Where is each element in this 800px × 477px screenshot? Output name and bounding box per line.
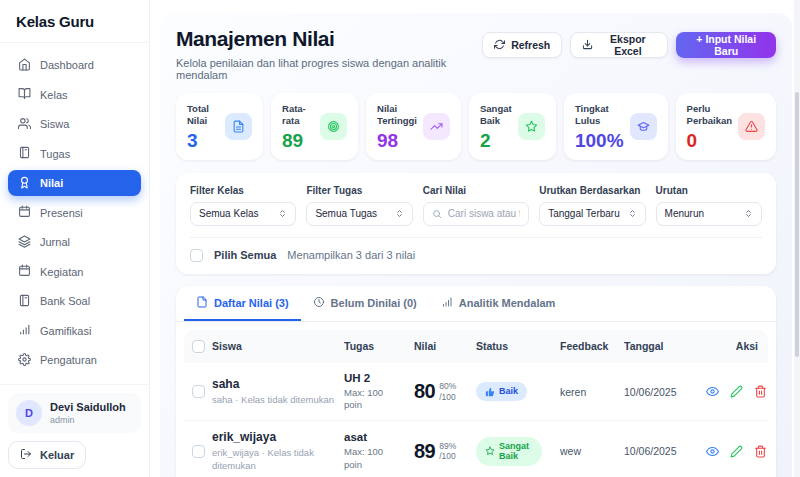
logout-button[interactable]: Keluar [8,441,86,469]
alert-triangle-icon [738,113,765,140]
chevrons-up-down-icon [278,209,287,218]
header-checkbox[interactable] [192,340,205,353]
feedback-text: keren [560,386,624,398]
sidebar-item-dashboard[interactable]: Dashboard [8,52,141,78]
edit-icon[interactable] [730,445,743,458]
sidebar-item-tugas[interactable]: Tugas [8,141,141,167]
stats-row: Total Nilai 3 Rata-rata 89 Nilai Terting… [176,93,776,160]
sidebar-item-kegiatan[interactable]: Kegiatan [8,259,141,285]
col-header-feedback: Feedback [560,340,624,352]
trend-up-icon [423,113,450,140]
stat-value: 98 [377,131,417,150]
col-header-tugas: Tugas [344,340,414,352]
search-icon [432,209,442,219]
tab-belum-dinilai[interactable]: Belum Dinilai (0) [301,286,429,321]
filter-kelas-select[interactable]: Semua Kelas [190,202,296,226]
home-icon [18,58,31,73]
book-open-icon [18,87,31,102]
calendar-icon [18,205,31,220]
view-icon[interactable] [706,385,719,398]
page-header: Manajemen Nilai Kelola penilaian dan lih… [176,27,776,81]
search-box[interactable] [423,202,529,226]
sidebar-item-nilai[interactable]: Nilai [8,170,141,196]
user-role: admin [50,415,126,425]
sidebar-footer: D Devi Saidulloh admin Keluar [0,384,149,477]
stat-card-perlu-perbaikan: Perlu Perbaikan 0 [676,93,776,160]
chevrons-up-down-icon [744,209,753,218]
status-badge: Baik [476,382,527,400]
sidebar-item-jurnal[interactable]: Jurnal [8,229,141,255]
content-panel: Manajemen Nilai Kelola penilaian dan lih… [160,13,792,477]
row-checkbox[interactable] [192,385,205,398]
row-checkbox[interactable] [192,445,205,458]
tab-label: Belum Dinilai (0) [331,297,417,309]
stat-value: 89 [282,131,314,150]
sidebar-item-siswa[interactable]: Siswa [8,111,141,137]
chevrons-up-down-icon [628,209,637,218]
sort-order-value: Menurun [665,208,704,219]
sidebar-item-label: Presensi [40,207,83,219]
tab-label: Analitik Mendalam [459,297,556,309]
notebook-icon [18,146,31,161]
delete-icon[interactable] [754,385,767,398]
filter-panel: Filter Kelas Semua Kelas Filter Tugas Se… [176,173,776,274]
stat-label: Total Nilai [187,103,219,127]
sidebar-item-gamifikasi[interactable]: Gamifikasi [8,318,141,344]
grad-cap-icon [630,113,657,140]
star-icon [485,446,495,456]
scrollbar-track[interactable] [794,0,800,477]
tab-daftar-nilai[interactable]: Daftar Nilai (3) [184,286,301,321]
table-row: erik_wijaya erik_wijaya · Kelas tidak di… [184,421,768,477]
col-header-status: Status [476,340,560,352]
user-profile: D Devi Saidulloh admin [8,393,141,433]
refresh-button[interactable]: Refresh [482,32,562,58]
gear-icon [18,353,31,368]
student-name: erik_wijaya [212,430,344,444]
student-subtext: saha · Kelas tidak ditemukan [212,394,344,406]
target-icon [320,113,347,140]
new-grade-label: + Input Nilai Baru [687,33,765,57]
select-all-checkbox[interactable] [190,249,203,262]
col-header-nilai: Nilai [414,340,476,352]
view-icon[interactable] [706,445,719,458]
task-name: asat [344,431,414,443]
layers-icon [18,235,31,250]
page-subtitle: Kelola penilaian dan lihat progres siswa… [176,57,482,81]
bar-chart-icon [18,323,31,338]
export-excel-button[interactable]: Ekspor Excel [570,32,668,58]
logout-icon [20,448,32,462]
date-text: 10/06/2025 [624,445,706,457]
student-subtext: erik_wijaya · Kelas tidak ditemukan [212,447,344,472]
scrollbar-thumb[interactable] [795,92,799,357]
edit-icon[interactable] [730,385,743,398]
stat-label: Perlu Perbaikan [687,103,732,127]
notebook-icon [18,294,31,309]
stat-value: 100% [575,131,624,150]
search-label: Cari Nilai [423,185,529,196]
users-icon [18,117,31,132]
search-input[interactable] [448,208,520,219]
score-percent: 89% [439,441,456,451]
sidebar-item-kelas[interactable]: Kelas [8,82,141,108]
score-value: 80 [414,380,435,403]
filter-tugas-select[interactable]: Semua Tugas [306,202,412,226]
stat-label: Rata-rata [282,103,314,127]
app-window: Kelas Guru Dashboard Kelas Siswa Tugas N… [0,0,800,477]
sort-order-select[interactable]: Menurun [656,202,762,226]
task-subtext: Max: 100 poin [344,446,400,471]
stat-label: Sangat Baik [480,103,512,127]
sidebar-item-pengaturan[interactable]: Pengaturan [8,347,141,373]
stat-value: 2 [480,131,512,150]
tab-analitik-mendalam[interactable]: Analitik Mendalam [429,286,568,321]
sort-by-select[interactable]: Tanggal Terbaru [539,202,645,226]
sidebar-item-presensi[interactable]: Presensi [8,200,141,226]
refresh-label: Refresh [511,39,550,51]
input-new-grade-button[interactable]: + Input Nilai Baru [676,32,776,58]
sidebar-item-bank-soal[interactable]: Bank Soal [8,288,141,314]
sidebar-item-label: Kegiatan [40,266,83,278]
thumbs-up-icon [485,387,495,397]
delete-icon[interactable] [754,445,767,458]
filter-kelas-value: Semua Kelas [199,208,258,219]
app-title: Kelas Guru [0,0,149,43]
task-name: UH 2 [344,372,414,384]
